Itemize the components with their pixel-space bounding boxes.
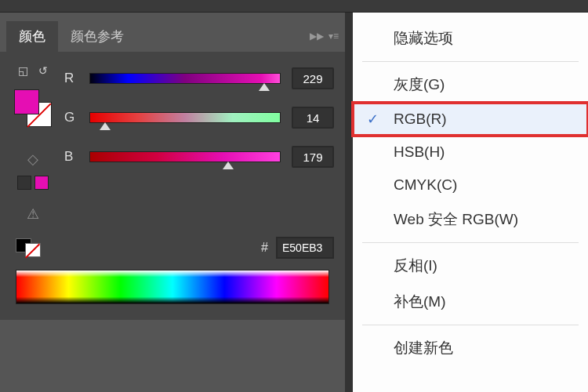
slider-thumb-r[interactable] (259, 83, 270, 91)
slider-label-g: G (64, 110, 78, 125)
menu-cmyk[interactable]: CMYK(C) (353, 169, 588, 201)
menu-rgb[interactable]: ✓ RGB(R) (353, 103, 588, 136)
menu-separator (362, 242, 579, 243)
reset-icon[interactable]: ↺ (35, 63, 51, 78)
slider-label-b: B (64, 149, 78, 165)
menu-web-safe[interactable]: Web 安全 RGB(W) (353, 201, 588, 238)
check-icon: ✓ (367, 111, 379, 128)
foreground-swatch[interactable] (14, 89, 39, 114)
menu-invert[interactable]: 反相(I) (353, 248, 588, 284)
rgb-sliders: R 229 G 14 B (64, 63, 334, 223)
mini-swatches (17, 176, 49, 190)
menu-grayscale[interactable]: 灰度(G) (353, 67, 588, 103)
window-top-bar (0, 0, 588, 13)
slider-value-g[interactable]: 14 (292, 107, 334, 129)
menu-separator (362, 325, 579, 325)
overlap-icon[interactable]: ◱ (15, 63, 31, 78)
slider-thumb-b[interactable] (223, 162, 234, 169)
panel-gap (345, 13, 353, 392)
slider-track-b[interactable] (89, 151, 281, 162)
menu-separator (362, 61, 579, 62)
slider-track-r[interactable] (89, 73, 281, 84)
menu-complement[interactable]: 补色(M) (353, 284, 588, 320)
hex-row: # E50EB3 (11, 237, 334, 259)
collapse-icon[interactable]: ▶▶ (310, 31, 324, 42)
panel-tabs: 颜色 颜色参考 ▶▶ ▾≡ (0, 20, 345, 52)
slider-track-g[interactable] (89, 112, 281, 123)
slider-value-r[interactable]: 229 (292, 67, 334, 89)
slider-row-r: R 229 (64, 67, 334, 89)
warning-icon: ⚠ (27, 205, 39, 223)
hex-input[interactable]: E50EB3 (276, 237, 334, 259)
color-panel: 颜色 颜色参考 ▶▶ ▾≡ ◱ ↺ ◇ (0, 13, 345, 392)
panel-context-menu: 隐藏选项 灰度(G) ✓ RGB(R) HSB(H) CMYK(C) Web 安… (353, 13, 588, 392)
fg-bg-swatches[interactable] (14, 89, 52, 127)
slider-value-b[interactable]: 179 (292, 146, 334, 168)
slider-thumb-g[interactable] (100, 122, 111, 130)
menu-create-new[interactable]: 创建新色 (353, 330, 588, 366)
mini-swatch-color[interactable] (34, 176, 49, 190)
menu-rgb-label: RGB(R) (394, 111, 447, 127)
slider-label-r: R (64, 71, 78, 86)
slider-row-g: G 14 (64, 107, 334, 129)
slider-row-b: B 179 (64, 146, 334, 168)
hash-label: # (261, 241, 268, 255)
mini-swatch-dark[interactable] (17, 176, 31, 190)
menu-hide-options[interactable]: 隐藏选项 (353, 20, 588, 56)
left-tool-column: ◱ ↺ ◇ ⚠ (11, 63, 55, 223)
tab-color-guide[interactable]: 颜色参考 (58, 21, 136, 52)
color-spectrum[interactable] (16, 270, 329, 304)
cube-icon[interactable]: ◇ (27, 151, 38, 168)
menu-hsb[interactable]: HSB(H) (353, 136, 588, 169)
tab-color[interactable]: 颜色 (6, 21, 58, 52)
bw-swatch[interactable] (16, 238, 41, 257)
panel-menu-icon[interactable]: ▾≡ (328, 31, 339, 42)
